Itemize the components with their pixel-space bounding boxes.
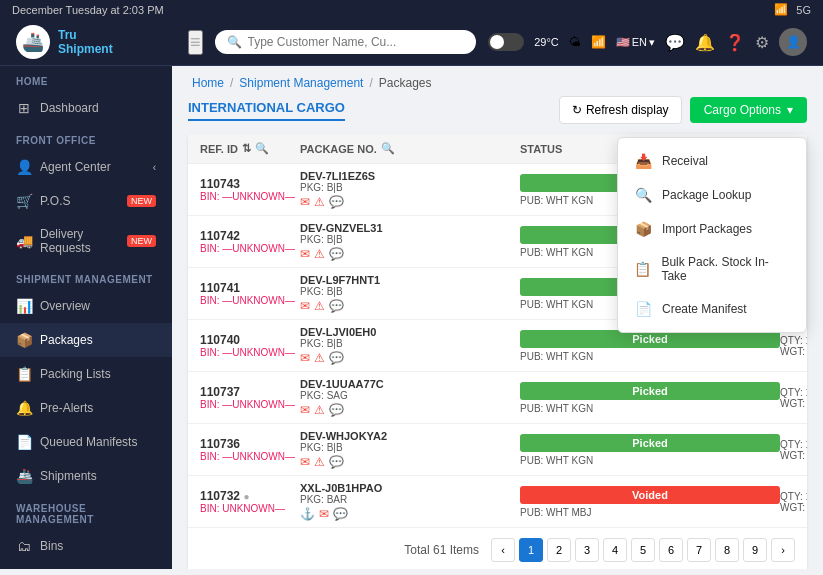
signal-icon2: 📶 (591, 35, 606, 49)
refresh-button[interactable]: ↻ Refresh display (559, 96, 682, 124)
sidebar-item-agent-center[interactable]: 👤 Agent Center ‹ (0, 150, 172, 184)
language-button[interactable]: 🇺🇸 EN ▾ (616, 36, 655, 49)
theme-toggle[interactable] (488, 33, 524, 51)
cell-qty: QTY: 1 WGT: 1.2 lbs (780, 335, 807, 357)
cargo-options-label: Cargo Options (704, 103, 781, 117)
topbar-icons: 📶 5G (774, 3, 811, 16)
sidebar-item-bins[interactable]: 🗂 Bins (0, 529, 172, 563)
sidebar-label-delivery: Delivery Requests (40, 227, 119, 255)
cell-pkg: XXL-J0B1HPAO PKG: BAR ⚓ ✉ 💬 (300, 482, 520, 521)
sidebar-item-pre-alerts[interactable]: 🔔 Pre-Alerts (0, 391, 172, 425)
warning-icon: ⚠ (314, 299, 325, 313)
dropdown-item-receival[interactable]: 📥 Receival (618, 144, 806, 178)
sidebar-section-shipment: SHIPMENT MANAGEMENT (0, 264, 172, 289)
table-row: 110736 BIN: —UNKNOWN— DEV-WHJOKYA2 PKG: … (188, 424, 807, 476)
next-page-button[interactable]: › (771, 538, 795, 562)
help-button[interactable]: ❓ (725, 33, 745, 52)
avatar[interactable]: 👤 (779, 28, 807, 56)
breadcrumb-shipment[interactable]: Shipment Management (239, 76, 363, 90)
refresh-icon: ↻ (572, 103, 582, 117)
sidebar-label-shipments: Shipments (40, 469, 97, 483)
warning-icon: ⚠ (314, 455, 325, 469)
sidebar-item-packing-lists[interactable]: 📋 Packing Lists (0, 357, 172, 391)
logo-sub: Shipment (58, 42, 113, 56)
app-root: December Tuesday at 2:03 PM 📶 5G 🚢 Tru S… (0, 0, 823, 569)
sidebar-label-agent-center: Agent Center (40, 160, 111, 174)
sidebar-item-pos[interactable]: 🛒 P.O.S NEW (0, 184, 172, 218)
dropdown-item-create-manifest[interactable]: 📄 Create Manifest (618, 292, 806, 326)
prev-page-button[interactable]: ‹ (491, 538, 515, 562)
chat-icon: 💬 (329, 403, 344, 417)
page-8-button[interactable]: 8 (715, 538, 739, 562)
sidebar-item-overview[interactable]: 📊 Overview (0, 289, 172, 323)
sidebar-section-warehouse: WAREHOUSE MANAGEMENT (0, 493, 172, 529)
page-7-button[interactable]: 7 (687, 538, 711, 562)
sidebar-section-home: HOME (0, 66, 172, 91)
dashboard-icon: ⊞ (16, 100, 32, 116)
packages-icon: 📦 (16, 332, 32, 348)
layout: HOME ⊞ Dashboard FRONT OFFICE 👤 Agent Ce… (0, 66, 823, 569)
page-2-button[interactable]: 2 (547, 538, 571, 562)
anchor-icon: ⚓ (300, 507, 315, 521)
pos-badge: NEW (127, 195, 156, 207)
search-pkg-icon[interactable]: 🔍 (381, 142, 395, 155)
sidebar-item-packages[interactable]: 📦 Packages (0, 323, 172, 357)
search-input[interactable] (248, 35, 465, 49)
dropdown-item-import-packages[interactable]: 📦 Import Packages (618, 212, 806, 246)
receival-icon: 📥 (634, 153, 652, 169)
email-icon: ✉ (319, 507, 329, 521)
cargo-chevron-icon: ▾ (787, 103, 793, 117)
chat-button[interactable]: 💬 (665, 33, 685, 52)
breadcrumb: Home / Shipment Management / Packages (172, 66, 823, 96)
cell-pkg: DEV-WHJOKYA2 PKG: B|B ✉ ⚠ 💬 (300, 430, 520, 469)
cargo-wrapper: Cargo Options ▾ 📥 Receival 🔍 (690, 97, 807, 123)
sidebar-item-queued-manifests[interactable]: 📄 Queued Manifests (0, 425, 172, 459)
search-ref-icon[interactable]: 🔍 (255, 142, 269, 155)
page-4-button[interactable]: 4 (603, 538, 627, 562)
header: 🚢 Tru Shipment ≡ 🔍 29°C 🌤 📶 🇺🇸 EN ▾ 💬 🔔 … (0, 19, 823, 66)
breadcrumb-home[interactable]: Home (192, 76, 224, 90)
topbar: December Tuesday at 2:03 PM 📶 5G (0, 0, 823, 19)
cargo-options-button[interactable]: Cargo Options ▾ (690, 97, 807, 123)
page-1-button[interactable]: 1 (519, 538, 543, 562)
network-badge: 5G (796, 4, 811, 16)
hamburger-button[interactable]: ≡ (188, 30, 203, 55)
cell-status: Picked PUB: WHT KGN (520, 382, 780, 414)
cell-pkg: DEV-7LI1EZ6S PKG: B|B ✉ ⚠ 💬 (300, 170, 520, 209)
sidebar-label-packing: Packing Lists (40, 367, 111, 381)
temp-badge: 29°C (534, 36, 559, 48)
sidebar-label-packages: Packages (40, 333, 93, 347)
sidebar-item-shipments[interactable]: 🚢 Shipments (0, 459, 172, 493)
notification-button[interactable]: 🔔 (695, 33, 715, 52)
cell-qty: QTY: 1 WGT: 1.2 lbs (780, 439, 807, 461)
dropdown-item-package-lookup[interactable]: 🔍 Package Lookup (618, 178, 806, 212)
cell-ref: 110732 ● BIN: UNKNOWN— (200, 489, 300, 514)
table-row: 110732 ● BIN: UNKNOWN— XXL-J0B1HPAO PKG:… (188, 476, 807, 528)
chat-icon: 💬 (329, 299, 344, 313)
delivery-badge: NEW (127, 235, 156, 247)
breadcrumb-sep2: / (369, 76, 372, 90)
pre-alerts-icon: 🔔 (16, 400, 32, 416)
sidebar-item-dashboard[interactable]: ⊞ Dashboard (0, 91, 172, 125)
sidebar-label-manifests: Queued Manifests (40, 435, 137, 449)
cell-ref: 110743 BIN: —UNKNOWN— (200, 177, 300, 202)
page-9-button[interactable]: 9 (743, 538, 767, 562)
import-icon: 📦 (634, 221, 652, 237)
cell-pkg: DEV-1UUAA77C PKG: SAG ✉ ⚠ 💬 (300, 378, 520, 417)
breadcrumb-sep1: / (230, 76, 233, 90)
dropdown-item-bulk-pack[interactable]: 📋 Bulk Pack. Stock In-Take (618, 246, 806, 292)
logo-area: 🚢 Tru Shipment (16, 25, 176, 59)
cell-status: Voided PUB: WHT MBJ (520, 486, 780, 518)
sidebar-item-operations[interactable]: ⚙ Operations (0, 563, 172, 569)
sidebar-label-pos: P.O.S (40, 194, 70, 208)
page-5-button[interactable]: 5 (631, 538, 655, 562)
cell-ref: 110737 BIN: —UNKNOWN— (200, 385, 300, 410)
sidebar-item-delivery-requests[interactable]: 🚚 Delivery Requests NEW (0, 218, 172, 264)
page-3-button[interactable]: 3 (575, 538, 599, 562)
page-6-button[interactable]: 6 (659, 538, 683, 562)
logo-icon: 🚢 (16, 25, 50, 59)
chat-icon: 💬 (329, 195, 344, 209)
receival-label: Receival (662, 154, 708, 168)
sidebar: HOME ⊞ Dashboard FRONT OFFICE 👤 Agent Ce… (0, 66, 172, 569)
settings-button[interactable]: ⚙ (755, 33, 769, 52)
